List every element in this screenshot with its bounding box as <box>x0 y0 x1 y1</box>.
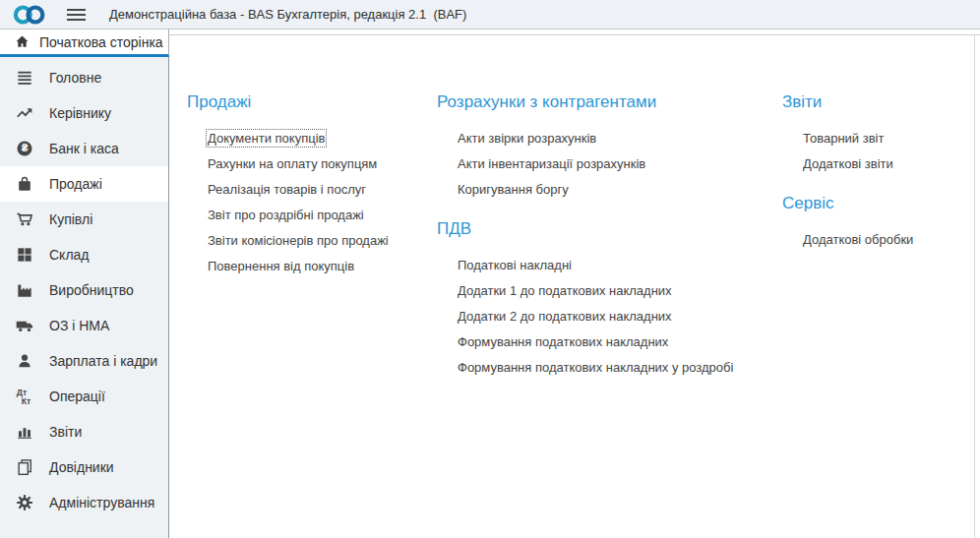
grid-blocks-icon <box>13 243 36 267</box>
sidebar-item-label: Керівнику <box>49 105 111 121</box>
factory-icon <box>13 278 36 302</box>
sidebar-item-production[interactable]: Виробництво <box>0 272 168 308</box>
sidebar-item-label: Зарплата і кадри <box>49 353 157 369</box>
sidebar-item-operations[interactable]: ДтКт Операції <box>0 379 168 414</box>
sidebar-item-label: Головне <box>49 70 101 86</box>
function-link[interactable]: Документи покупців <box>208 125 389 150</box>
function-link[interactable]: Додатки 2 до податкових накладних <box>458 303 733 329</box>
function-link[interactable]: Акти інвентаризації розрахунків <box>458 150 733 176</box>
sidebar-item-purchases[interactable]: Купівлі <box>0 202 168 237</box>
menu-section-reports: Звіти Товарний звіт Додаткові звіти <box>782 92 913 176</box>
section-title: Звіти <box>782 92 913 112</box>
main-menu-icon[interactable] <box>67 9 86 21</box>
menu-section-service: Сервіс Додаткові обробки <box>782 194 913 252</box>
sidebar-item-reports[interactable]: Звіти <box>0 414 168 449</box>
menu-section-sales: Продажі Документи покупців Рахунки на оп… <box>187 92 389 278</box>
shopping-cart-icon <box>13 208 36 231</box>
sidebar-item-manager[interactable]: Керівнику <box>0 95 168 131</box>
section-title: Розрахунки з контрагентами <box>437 92 733 112</box>
function-link[interactable]: Реалізація товарів і послуг <box>208 176 389 202</box>
sidebar-item-label: ОЗ і НМА <box>49 318 109 333</box>
app-window: Демонстраційна база - BAS Бухгалтерія, р… <box>0 0 980 538</box>
top-bar: Демонстраційна база - BAS Бухгалтерія, р… <box>0 0 980 30</box>
menu-column-2: Розрахунки з контрагентами Акти звірки р… <box>437 92 733 397</box>
sidebar-item-bank-cash[interactable]: ₴ Банк і каса <box>0 131 168 166</box>
sidebar-item-label: Адміністрування <box>49 495 154 510</box>
shopping-bag-icon <box>13 172 36 196</box>
sidebar-item-label: Довідники <box>49 459 114 475</box>
section-title: Продажі <box>187 92 389 112</box>
sidebar-item-main[interactable]: Головне <box>0 60 168 95</box>
function-link[interactable]: Повернення від покупців <box>208 253 389 278</box>
function-menu: Продажі Документи покупців Рахунки на оп… <box>169 57 980 538</box>
section-panel: Головне Керівнику ₴ Банк і каса Продажі <box>0 57 169 538</box>
person-icon <box>13 349 36 373</box>
menu-section-contractor-settlements: Розрахунки з контрагентами Акти звірки р… <box>437 92 733 202</box>
tab-home-page[interactable]: Початкова сторінка <box>0 30 169 57</box>
svg-text:Кт: Кт <box>22 396 31 406</box>
function-link[interactable]: Формування податкових накладних <box>458 329 733 354</box>
sidebar-item-label: Продажі <box>49 176 102 192</box>
section-title: ПДВ <box>437 219 733 239</box>
section-title: Сервіс <box>782 194 913 213</box>
menu-lines-icon <box>13 66 36 90</box>
function-link[interactable]: Акти звірки розрахунків <box>458 125 733 150</box>
sidebar-item-directories[interactable]: Довідники <box>0 449 168 485</box>
window-title: Демонстраційна база - BAS Бухгалтерія, р… <box>109 7 466 22</box>
books-icon <box>13 455 36 479</box>
sidebar-item-administration[interactable]: Адміністрування <box>0 485 168 520</box>
function-link[interactable]: Додаткові обробки <box>803 226 913 252</box>
sidebar-item-label: Склад <box>49 247 90 263</box>
truck-icon <box>13 314 36 337</box>
bar-chart-icon <box>13 420 36 444</box>
tab-label: Початкова сторінка <box>39 34 163 50</box>
function-link[interactable]: Рахунки на оплату покупцям <box>208 150 389 176</box>
tabstrip-divider <box>169 34 980 35</box>
svg-text:₴: ₴ <box>22 143 29 153</box>
hryvnia-circle-icon: ₴ <box>13 137 36 160</box>
function-link[interactable]: Додаткові звіти <box>803 150 913 176</box>
sidebar-item-warehouse[interactable]: Склад <box>0 237 168 272</box>
sidebar-item-sales[interactable]: Продажі <box>0 166 168 202</box>
function-link[interactable]: Додатки 1 до податкових накладних <box>458 277 733 303</box>
function-link[interactable]: Податкові накладні <box>458 252 733 277</box>
sidebar-item-salary-hr[interactable]: Зарплата і кадри <box>0 343 168 379</box>
menu-column-1: Продажі Документи покупців Рахунки на оп… <box>187 92 389 296</box>
sidebar-item-fixed-assets[interactable]: ОЗ і НМА <box>0 308 168 343</box>
sidebar-item-label: Звіти <box>49 424 82 440</box>
sidebar-item-label: Операції <box>49 389 105 404</box>
trend-arrow-icon <box>13 101 36 125</box>
sidebar-item-label: Банк і каса <box>49 141 119 156</box>
function-link[interactable]: Товарний звіт <box>803 125 913 150</box>
function-link[interactable]: Формування податкових накладних у роздро… <box>458 354 733 380</box>
gear-icon <box>13 491 36 514</box>
function-link[interactable]: Коригування боргу <box>458 176 733 202</box>
menu-column-3: Звіти Товарний звіт Додаткові звіти Серв… <box>782 92 913 269</box>
function-link[interactable]: Звіти комісіонерів про продажі <box>208 227 389 253</box>
home-icon <box>13 33 31 51</box>
sidebar-item-label: Купівлі <box>49 211 92 227</box>
sidebar-item-label: Виробництво <box>49 282 134 298</box>
debit-credit-icon: ДтКт <box>13 385 36 408</box>
function-link[interactable]: Звіт про роздрібні продажі <box>208 202 389 227</box>
bas-logo-icon <box>10 3 49 27</box>
window-edge-divider <box>974 35 975 538</box>
tab-strip: Початкова сторінка <box>0 30 980 57</box>
menu-section-vat: ПДВ Податкові накладні Додатки 1 до пода… <box>437 219 733 380</box>
